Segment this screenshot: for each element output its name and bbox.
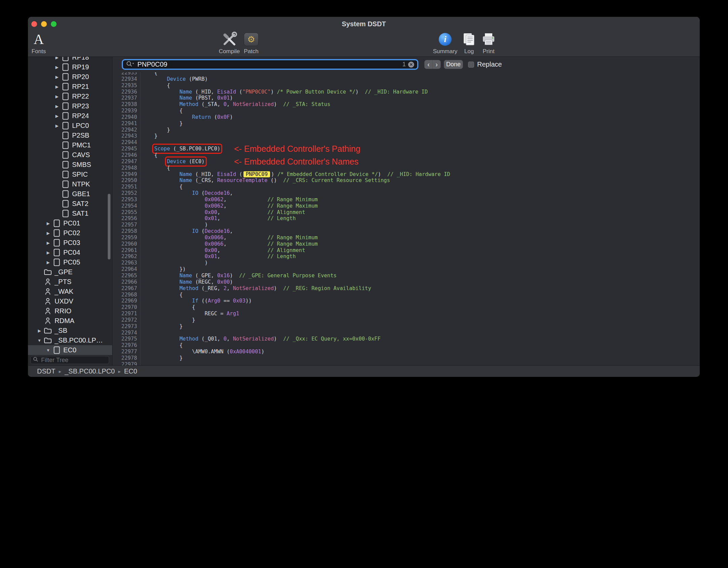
code-token: EisaId <box>217 89 236 95</box>
sidebar-item-pc02[interactable]: ▶PC02 <box>28 228 112 238</box>
document-icon <box>52 346 61 354</box>
code-token: (_REG, <box>198 285 224 291</box>
sidebar-scrollbar[interactable] <box>108 194 110 259</box>
disclosure-triangle-icon[interactable]: ▶ <box>54 114 60 118</box>
search-input[interactable] <box>137 60 400 69</box>
code-token <box>142 241 205 247</box>
disclosure-triangle-icon[interactable]: ▶ <box>54 104 60 109</box>
sidebar-item-spic[interactable]: SPIC <box>28 170 112 179</box>
sidebar-item-rrio[interactable]: RRIO <box>28 306 112 316</box>
sidebar-item-rp23[interactable]: ▶RP23 <box>28 101 112 111</box>
sidebar-item-ntpk[interactable]: NTPK <box>28 179 112 189</box>
sidebar-item-pc04[interactable]: ▶PC04 <box>28 248 112 257</box>
disclosure-triangle-icon[interactable]: ▶ <box>54 94 60 99</box>
disclosure-triangle-icon[interactable]: ▶ <box>45 241 52 245</box>
code-token: // Range Maximum <box>267 241 318 247</box>
sidebar-item-wak[interactable]: _WAK <box>28 287 112 296</box>
sidebar-item-pmc1[interactable]: PMC1 <box>28 140 112 150</box>
sidebar-item-gbe1[interactable]: GBE1 <box>28 189 112 199</box>
code-token: ) <box>271 89 277 95</box>
print-button[interactable]: Print <box>476 31 501 55</box>
sidebar-item-sbpc00lp[interactable]: ▼_SB.PC00.LP… <box>28 335 112 345</box>
disclosure-triangle-icon[interactable]: ▶ <box>36 328 43 333</box>
sidebar-item-pc03[interactable]: ▶PC03 <box>28 238 112 248</box>
filter-tree-input[interactable] <box>40 356 106 364</box>
patch-button[interactable]: ⚙ Patch <box>238 31 264 55</box>
breadcrumb-item[interactable]: DSDT <box>37 367 55 375</box>
disclosure-triangle-icon[interactable]: ▶ <box>54 123 60 128</box>
code-line: 22969 If ((Arg0 == 0x03)) <box>112 298 700 304</box>
code-text: Method (_STA, 0, NotSerialized) // _STA:… <box>140 101 330 108</box>
disclosure-triangle-icon[interactable]: ▶ <box>54 57 60 60</box>
sidebar-item-rp20[interactable]: ▶RP20 <box>28 72 112 82</box>
code-token <box>142 235 205 241</box>
sidebar-item-sat1[interactable]: SAT1 <box>28 209 112 218</box>
find-next-button[interactable]: › <box>433 60 441 69</box>
breadcrumb-item[interactable]: _SB.PC00.LPC0 <box>65 367 115 375</box>
sidebar-item-pc01[interactable]: ▶PC01 <box>28 218 112 228</box>
code-line: 22970 { <box>112 304 700 311</box>
code-text: Return (0x0F) <box>140 114 233 120</box>
disclosure-triangle-icon[interactable]: ▶ <box>45 231 52 236</box>
summary-label: Summary <box>433 48 458 55</box>
sidebar-item-sb[interactable]: ▶_SB <box>28 326 112 335</box>
code-token: ) <box>274 285 283 291</box>
replace-checkbox[interactable] <box>468 62 474 68</box>
disclosure-triangle-icon[interactable]: ▶ <box>54 84 60 89</box>
sidebar-item-rp19[interactable]: ▶RP19 <box>28 62 112 72</box>
code-text: 0x0066, // Range Minimum <box>140 235 318 241</box>
sidebar-item-sat2[interactable]: SAT2 <box>28 199 112 209</box>
code-line: 22959 0x0066, // Range Minimum <box>112 235 700 241</box>
search-field[interactable]: 1 ✕ <box>122 59 418 70</box>
disclosure-triangle-icon[interactable]: ▼ <box>45 348 52 353</box>
code-token: ( <box>236 171 242 177</box>
disclosure-triangle-icon[interactable]: ▶ <box>45 250 52 255</box>
sidebar-item-gpe[interactable]: _GPE <box>28 267 112 277</box>
code-token: (_HID, <box>192 89 217 95</box>
disclosure-triangle-icon[interactable]: ▶ <box>45 221 52 226</box>
code-token: // Alignment <box>267 247 305 253</box>
code-editor[interactable]: 22933 {22934 Device (PWRB)22935 {22936 N… <box>112 72 700 366</box>
code-token <box>142 298 192 304</box>
sidebar-item-uxdv[interactable]: UXDV <box>28 296 112 306</box>
sidebar-item-p2sb[interactable]: P2SB <box>28 131 112 140</box>
code-line: 22961 0x00, // Alignment <box>112 247 700 254</box>
code-token: Decode16 <box>205 190 230 196</box>
filter-tree-field[interactable] <box>30 356 109 364</box>
sidebar-item-label: RP20 <box>72 73 89 81</box>
breadcrumb-item[interactable]: EC0 <box>124 367 137 375</box>
document-icon <box>61 161 70 169</box>
sidebar-item-rp22[interactable]: ▶RP22 <box>28 92 112 101</box>
find-previous-button[interactable]: ‹ <box>424 60 433 69</box>
code-text: Device (PWRB) <box>140 76 208 82</box>
disclosure-triangle-icon[interactable]: ▼ <box>36 338 43 343</box>
code-token: ) <box>274 336 283 342</box>
disclosure-triangle-icon[interactable]: ▶ <box>45 260 52 265</box>
document-icon <box>61 102 70 110</box>
sidebar-item-rp18[interactable]: ▶RP18 <box>28 57 112 62</box>
sidebar-item-smbs[interactable]: SMBS <box>28 160 112 170</box>
sidebar-item-rp21[interactable]: ▶RP21 <box>28 82 112 92</box>
document-icon <box>61 122 70 130</box>
sidebar-item-lpc0[interactable]: ▶LPC0 <box>28 121 112 131</box>
code-text: Name (_HID, EisaId ("PNP0C0C") /* Power … <box>140 89 428 95</box>
code-text: } <box>140 317 195 323</box>
disclosure-triangle-icon[interactable]: ▶ <box>54 75 60 79</box>
sidebar-item-rp24[interactable]: ▶RP24 <box>28 111 112 121</box>
fonts-button[interactable]: A Fonts <box>28 31 52 55</box>
breadcrumb: DSDT▸_SB.PC00.LPC0▸EC0 <box>37 367 137 375</box>
summary-button[interactable]: i Summary <box>432 31 458 55</box>
log-label: Log <box>464 48 474 55</box>
code-token: ResourceTemplate <box>217 177 267 183</box>
disclosure-triangle-icon[interactable]: ▶ <box>54 65 60 70</box>
sidebar-item-cavs[interactable]: CAVS <box>28 150 112 160</box>
sidebar-item-pts[interactable]: _PTS <box>28 277 112 287</box>
line-number: 22939 <box>112 108 140 114</box>
done-button[interactable]: Done <box>444 60 463 69</box>
annotation-box: Scope (_SB.PC00.LPC0) <box>154 146 220 152</box>
clear-search-icon[interactable]: ✕ <box>408 62 414 68</box>
sidebar-item-ec0[interactable]: ▼EC0 <box>28 345 112 355</box>
sidebar-item-pc05[interactable]: ▶PC05 <box>28 257 112 267</box>
code-token: (REGC, <box>192 279 217 285</box>
sidebar-item-rdma[interactable]: RDMA <box>28 316 112 326</box>
